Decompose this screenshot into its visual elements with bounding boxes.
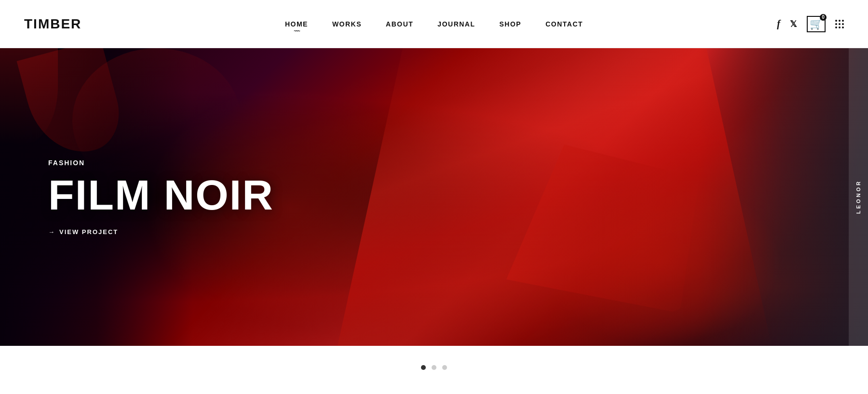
side-label-strip: LEONOR	[849, 48, 868, 346]
header: TIMBER HOME WORKS ABOUT JOURNAL SHOP CON…	[0, 0, 868, 48]
hero-category: FASHION	[48, 159, 274, 167]
header-right: f 𝕏 0 🛒	[777, 16, 844, 32]
slider-dot-2[interactable]	[432, 365, 436, 370]
nav-item-home[interactable]: HOME	[285, 20, 308, 28]
view-project-label: VIEW PROJECT	[59, 228, 118, 236]
view-project-link[interactable]: → VIEW PROJECT	[48, 228, 274, 236]
nav-item-works[interactable]: WORKS	[332, 20, 362, 28]
side-label-text: LEONOR	[855, 180, 861, 214]
hero-slider: LEONOR FASHION FILM NOIR → VIEW PROJECT	[0, 48, 868, 346]
twitter-icon[interactable]: 𝕏	[790, 19, 797, 29]
grid-menu-icon[interactable]	[835, 20, 844, 28]
slider-dot-1[interactable]	[421, 365, 426, 370]
cart-button[interactable]: 0 🛒	[807, 16, 826, 32]
cart-icon: 0 🛒	[807, 16, 826, 32]
cart-count: 0	[820, 14, 827, 21]
nav-item-contact[interactable]: CONTACT	[545, 20, 583, 28]
hero-light-accent-2	[540, 177, 781, 346]
facebook-icon[interactable]: f	[777, 18, 780, 29]
nav-item-shop[interactable]: SHOP	[500, 20, 522, 28]
main-nav: HOME WORKS ABOUT JOURNAL SHOP CONTACT	[285, 20, 583, 28]
slider-dots	[0, 346, 868, 389]
logo[interactable]: TIMBER	[24, 16, 81, 32]
nav-item-about[interactable]: ABOUT	[386, 20, 413, 28]
hero-title: FILM NOIR	[48, 174, 274, 216]
hero-content: FASHION FILM NOIR → VIEW PROJECT	[48, 159, 274, 236]
slider-dot-3[interactable]	[442, 365, 447, 370]
arrow-icon: →	[48, 228, 55, 236]
nav-item-journal[interactable]: JOURNAL	[437, 20, 475, 28]
